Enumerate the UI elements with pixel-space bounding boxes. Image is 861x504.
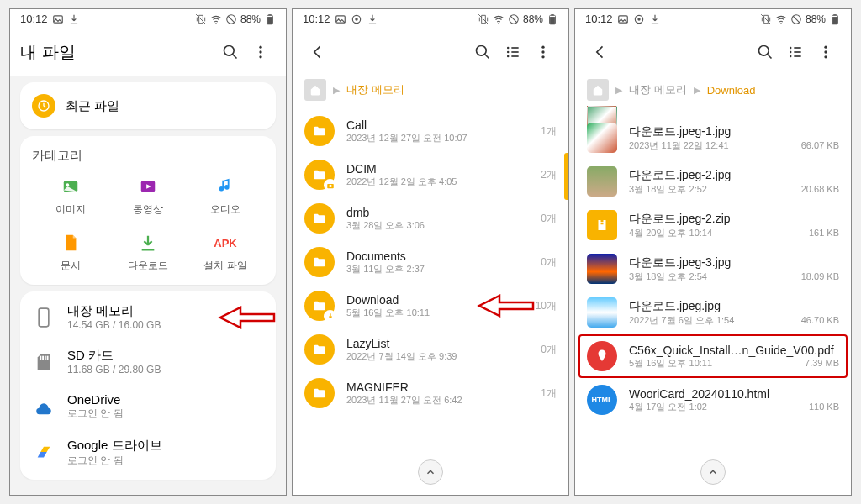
more-button[interactable] <box>811 37 841 67</box>
svg-rect-19 <box>40 355 41 360</box>
folder-row-Call[interactable]: Call2023년 12월 27일 오전 10:071개 <box>293 109 568 153</box>
storage-row-2[interactable]: OneDrive로그인 안 됨 <box>20 384 276 429</box>
status-time: 10:12 <box>20 13 48 25</box>
svg-line-10 <box>233 55 237 59</box>
category-문서[interactable]: 문서 <box>32 232 109 273</box>
home-crumb[interactable] <box>587 79 609 101</box>
status-battery: 88% <box>523 13 543 25</box>
folder-row-DCIM[interactable]: DCIM2022년 12월 2일 오후 4:052개 <box>293 153 568 197</box>
category-이미지[interactable]: 이미지 <box>32 176 109 217</box>
search-button[interactable] <box>467 37 498 67</box>
folder-date: 3월 11일 오후 2:37 <box>346 263 529 276</box>
svg-point-67 <box>824 50 827 53</box>
red-arrow-icon <box>217 306 276 329</box>
chevron-right-icon: ▶ <box>615 85 622 96</box>
storage-icon <box>32 353 55 371</box>
file-row[interactable]: HTMLWooriCard_20240110.html4월 17일 오전 1:0… <box>575 378 851 422</box>
search-button[interactable] <box>215 37 246 67</box>
folder-icon <box>304 334 335 365</box>
file-size: 46.70 KB <box>801 315 839 325</box>
file-row[interactable]: C56x_Quick_Install…n_Guide_V00.pdf5월 16일… <box>575 334 851 378</box>
file-date: 2023년 11월 22일 12:41 <box>629 139 729 152</box>
status-bar: 10:12 88% <box>10 9 286 29</box>
category-label: 이미지 <box>55 202 86 217</box>
svg-point-62 <box>790 55 792 58</box>
file-size: 20.68 KB <box>801 184 839 194</box>
list-icon <box>787 44 804 60</box>
image-icon <box>617 13 629 25</box>
file-size: 7.39 MB <box>805 358 839 368</box>
status-battery: 88% <box>806 13 826 25</box>
view-button[interactable] <box>780 37 811 67</box>
chevron-right-icon: ▶ <box>333 85 340 96</box>
folder-row-Documents[interactable]: Documents3월 11일 오후 2:370개 <box>293 240 568 284</box>
file-row[interactable]: 다운로드.jpeg-2.zip4월 20일 오후 10:14161 KB <box>575 203 851 247</box>
file-row[interactable]: 다운로드.jpeg-1.jpg2023년 11월 22일 12:4166.07 … <box>575 116 851 160</box>
image-thumb <box>587 297 617 328</box>
svg-rect-18 <box>39 308 49 327</box>
categories-title: 카테고리 <box>32 148 264 164</box>
folder-count: 0개 <box>541 212 557 226</box>
storage-name: Google 드라이브 <box>67 438 162 454</box>
back-button[interactable] <box>303 37 333 67</box>
category-설치 파일[interactable]: APK설치 파일 <box>187 232 264 273</box>
svg-line-2 <box>196 14 206 24</box>
svg-point-36 <box>507 47 510 50</box>
search-button[interactable] <box>750 37 780 67</box>
scroll-indicator[interactable] <box>564 153 568 200</box>
file-row[interactable]: 다운로드.jpeg-2.jpg3월 18일 오후 2:5220.68 KB <box>575 160 851 203</box>
category-icon: APK <box>214 232 236 254</box>
more-icon <box>817 44 834 60</box>
folder-name: DCIM <box>346 162 529 176</box>
svg-line-30 <box>510 15 517 22</box>
status-bar: 10:12 88% <box>293 9 568 29</box>
file-row[interactable]: 다운로드.jpeg.jpg2022년 7월 6일 오후 1:5446.70 KB <box>575 291 851 334</box>
back-icon <box>592 44 609 60</box>
storage-row-3[interactable]: Google 드라이브로그인 안 됨 <box>20 429 276 476</box>
home-icon <box>592 84 604 96</box>
circle-icon <box>633 13 645 25</box>
folder-name: dmb <box>346 206 529 219</box>
category-동영상[interactable]: 동영상 <box>109 176 187 217</box>
home-crumb[interactable] <box>304 79 326 101</box>
search-icon <box>474 44 491 60</box>
more-icon <box>535 44 552 60</box>
category-label: 설치 파일 <box>203 259 246 273</box>
app-bar: 내 파일 <box>10 29 286 76</box>
category-다운로드[interactable]: 다운로드 <box>109 232 187 273</box>
more-button[interactable] <box>528 37 558 67</box>
folder-date: 2023년 12월 27일 오전 10:07 <box>346 132 529 144</box>
category-오디오[interactable]: 오디오 <box>187 176 264 217</box>
recent-files-card[interactable]: 최근 파일 <box>20 82 276 129</box>
status-time: 10:12 <box>585 13 613 25</box>
battery-icon <box>829 13 841 25</box>
svg-point-50 <box>637 18 641 21</box>
image-thumb <box>587 166 617 197</box>
folder-row-dmb[interactable]: dmb3월 28일 오후 3:060개 <box>293 197 568 240</box>
crumb-current[interactable]: 내장 메모리 <box>346 82 404 97</box>
storage-row-0[interactable]: 내장 메모리14.54 GB / 16.00 GB <box>20 295 276 339</box>
folder-row-Download[interactable]: Download5월 16일 오후 10:1110개 <box>293 284 568 328</box>
file-name: WooriCard_20240110.html <box>629 387 839 401</box>
more-button[interactable] <box>246 37 276 67</box>
crumb-current[interactable]: Download <box>707 84 756 97</box>
view-button[interactable] <box>498 37 528 67</box>
red-arrow-icon <box>476 294 535 318</box>
crumb-parent[interactable]: 내장 메모리 <box>629 82 687 97</box>
storage-name: OneDrive <box>67 392 124 407</box>
svg-point-11 <box>259 46 261 49</box>
scroll-top-button[interactable] <box>700 459 726 485</box>
folder-row-MAGNIFER[interactable]: MAGNIFER2023년 11월 27일 오전 6:421개 <box>293 371 568 415</box>
folder-date: 2022년 12월 2일 오후 4:05 <box>346 176 529 188</box>
folder-row-LazyList[interactable]: LazyList2022년 7월 14일 오후 9:390개 <box>293 328 568 371</box>
svg-rect-56 <box>833 14 837 15</box>
scroll-top-button[interactable] <box>418 459 443 485</box>
battery-icon <box>264 13 276 25</box>
storage-row-1[interactable]: SD 카드11.68 GB / 29.80 GB <box>20 339 276 384</box>
back-button[interactable] <box>585 37 615 67</box>
svg-point-52 <box>780 23 781 24</box>
file-row[interactable]: 다운로드.jpeg-3.jpg3월 18일 오후 2:5418.09 KB <box>575 247 851 291</box>
svg-point-3 <box>215 23 216 24</box>
category-icon <box>137 176 159 197</box>
category-label: 오디오 <box>210 202 240 217</box>
